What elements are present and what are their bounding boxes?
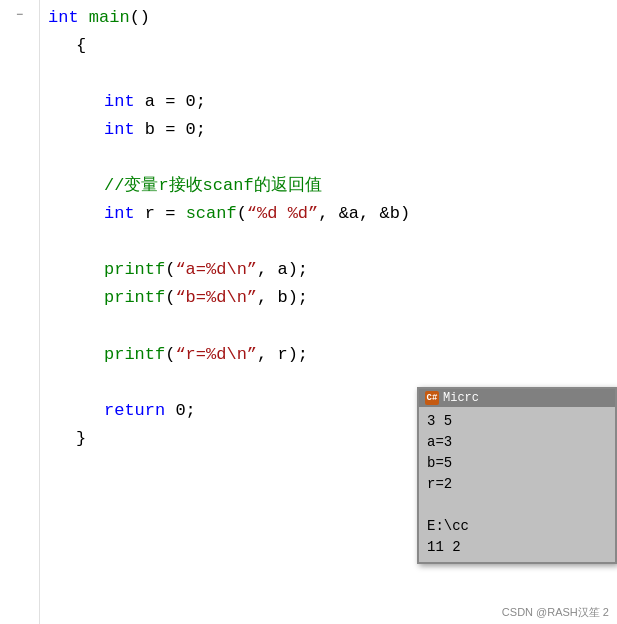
function-name: main [89,4,130,32]
keyword-int-r: int [104,200,135,228]
terminal-line-2: a=3 [427,432,607,453]
printf-b-call: printf [104,284,165,312]
func-signature-line: int main () [48,4,609,32]
terminal-line-3: b=5 [427,453,607,474]
scanf-line: int r = scanf ( “%d %d” , &a, &b) [48,200,609,228]
blank-line-3 [48,228,609,256]
blank-line-1 [48,60,609,88]
watermark: CSDN @RASH汉笙 2 [502,605,609,620]
keyword-int: int [48,4,79,32]
terminal-body: 3 5 a=3 b=5 r=2 E:\cc 11 2 [419,407,615,562]
editor-container: − int main () { int a = 0; int b = 0; [0,0,617,624]
printf-r-call: printf [104,341,165,369]
terminal-line-1: 3 5 [427,411,607,432]
gutter: − [0,0,40,624]
terminal-title: Micrc [443,391,479,405]
printf-a-string: “a=%d\n” [175,256,257,284]
printf-r-string: “r=%d\n” [175,341,257,369]
blank-line-4 [48,313,609,341]
open-brace-line: { [48,32,609,60]
terminal-line-5 [427,495,607,516]
blank-line-2 [48,144,609,172]
scanf-call: scanf [186,200,237,228]
terminal-window: C# Micrc 3 5 a=3 b=5 r=2 E:\cc 11 2 [417,387,617,564]
decl-b-line: int b = 0; [48,116,609,144]
comment-line: //变量r接收scanf的返回值 [48,172,609,200]
scanf-format-string: “%d %d” [247,200,318,228]
terminal-line-4: r=2 [427,474,607,495]
terminal-app-icon: C# [425,391,439,405]
keyword-int-b: int [104,116,135,144]
terminal-line-6: E:\cc [427,516,607,537]
keyword-return: return [104,397,165,425]
printf-a-call: printf [104,256,165,284]
terminal-line-7: 11 2 [427,537,607,558]
collapse-button[interactable]: − [16,6,23,25]
decl-a-line: int a = 0; [48,88,609,116]
code-comment: //变量r接收scanf的返回值 [104,172,322,200]
code-area: int main () { int a = 0; int b = 0; //变量… [40,0,617,624]
printf-a-line: printf ( “a=%d\n” , a); [48,256,609,284]
terminal-titlebar: C# Micrc [419,389,615,407]
printf-r-line: printf ( “r=%d\n” , r); [48,341,609,369]
printf-b-line: printf ( “b=%d\n” , b); [48,284,609,312]
keyword-int-a: int [104,88,135,116]
printf-b-string: “b=%d\n” [175,284,257,312]
